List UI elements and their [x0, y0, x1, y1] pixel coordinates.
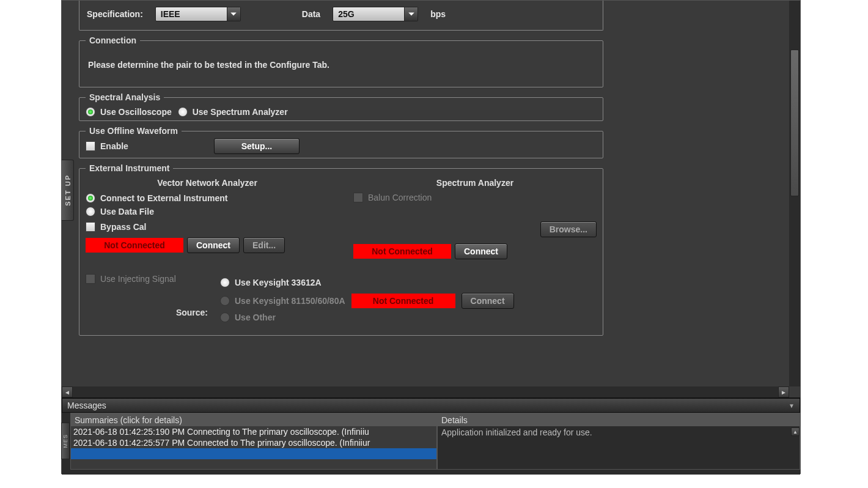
data-rate-dropdown[interactable]: 25G: [333, 7, 418, 21]
scroll-up-icon[interactable]: ▲: [791, 427, 800, 436]
details-column: Details Application initialized and read…: [437, 413, 800, 470]
data-label: Data: [302, 9, 320, 19]
details-text: Application initialized and ready for us…: [438, 426, 800, 438]
data-rate-unit: bps: [430, 9, 446, 19]
radio-use-other-label: Use Other: [235, 312, 276, 322]
setup-scroll-area: SET UP Specification: IEEE Data 25G: [62, 1, 800, 398]
vna-column: Vector Network Analyzer Connect to Exter…: [86, 178, 329, 263]
source-connect-button-label: Connect: [471, 296, 505, 306]
details-scrollbar[interactable]: ▲: [791, 427, 800, 469]
checkbox-use-injecting-signal: Use Injecting Signal: [86, 274, 176, 284]
app-frame: SET UP Specification: IEEE Data 25G: [61, 0, 801, 474]
vna-header: Vector Network Analyzer: [86, 178, 329, 188]
radio-use-spectrum-analyzer-label: Use Spectrum Analyzer: [193, 107, 288, 117]
source-status-badge: Not Connected: [351, 294, 455, 308]
details-header: Details: [438, 414, 800, 426]
source-connect-button[interactable]: Connect: [462, 293, 514, 309]
scrollbar-thumb[interactable]: [790, 50, 799, 196]
chevron-down-icon: ▼: [789, 402, 795, 409]
external-instrument-group: External Instrument Vector Network Analy…: [79, 163, 603, 336]
connection-message: Please determine the pair to be tested i…: [86, 50, 597, 79]
connection-legend: Connection: [86, 35, 140, 45]
sa-connect-button[interactable]: Connect: [455, 243, 507, 259]
radio-use-oscilloscope[interactable]: Use Oscilloscope: [86, 107, 172, 117]
setup-button[interactable]: Setup...: [214, 138, 300, 154]
chevron-down-icon: [404, 7, 417, 21]
specification-row: Specification: IEEE Data 25G bps: [79, 1, 603, 31]
radio-connect-external-label: Connect to External Instrument: [100, 193, 227, 203]
summaries-column: Summaries (click for details) 2021-06-18…: [70, 413, 437, 470]
summary-row-selected[interactable]: [71, 448, 436, 459]
checkbox-bypass-cal[interactable]: Bypass Cal: [86, 222, 146, 232]
radio-keysight-33612a[interactable]: Use Keysight 33612A: [220, 278, 322, 287]
browse-button-label: Browse...: [550, 224, 587, 234]
checkbox-use-injecting-signal-label: Use Injecting Signal: [100, 274, 176, 284]
specification-value: IEEE: [161, 9, 180, 19]
specification-label: Specification:: [87, 9, 143, 19]
scroll-left-icon[interactable]: ◄: [62, 386, 73, 397]
checkbox-enable-offline[interactable]: Enable: [86, 141, 128, 151]
spectral-legend: Spectral Analysis: [86, 92, 164, 102]
vna-edit-button-label: Edit...: [252, 240, 276, 250]
radio-use-data-file-label: Use Data File: [100, 207, 154, 216]
setup-content: Specification: IEEE Data 25G bps: [75, 1, 607, 341]
sa-column: Spectrum Analyzer Balun Correction Brows…: [353, 178, 597, 263]
summary-row[interactable]: 2021-06-18 01:42:25:577 PM Connected to …: [71, 437, 436, 448]
radio-connect-external[interactable]: Connect to External Instrument: [86, 193, 227, 203]
setup-button-label: Setup...: [241, 141, 273, 151]
messages-vertical-tab[interactable]: MES: [61, 423, 70, 459]
specification-dropdown[interactable]: IEEE: [155, 7, 241, 21]
vna-status-badge: Not Connected: [86, 238, 183, 253]
source-label: Source:: [86, 308, 208, 317]
messages-header[interactable]: Messages ▼: [62, 398, 800, 413]
messages-vertical-tab-label: MES: [62, 434, 68, 448]
offline-waveform-group: Use Offline Waveform Enable Setup...: [79, 126, 603, 158]
offline-legend: Use Offline Waveform: [86, 126, 182, 136]
vna-connect-button-label: Connect: [196, 240, 230, 250]
sa-status-badge: Not Connected: [353, 244, 451, 259]
scroll-right-icon[interactable]: ►: [778, 386, 789, 397]
radio-keysight-81150[interactable]: Use Keysight 81150/60/80A: [220, 296, 345, 306]
messages-title: Messages: [67, 401, 106, 410]
browse-button[interactable]: Browse...: [540, 221, 597, 237]
radio-keysight-33612a-label: Use Keysight 33612A: [235, 278, 322, 287]
setup-vertical-tab-label: SET UP: [64, 174, 72, 206]
external-instrument-legend: External Instrument: [86, 163, 173, 173]
horizontal-scrollbar[interactable]: ◄ ►: [62, 386, 789, 397]
vna-connect-button[interactable]: Connect: [187, 237, 240, 253]
summaries-header: Summaries (click for details): [71, 414, 436, 426]
connection-group: Connection Please determine the pair to …: [79, 35, 603, 87]
radio-keysight-81150-label: Use Keysight 81150/60/80A: [235, 296, 345, 306]
sa-connect-button-label: Connect: [464, 246, 498, 256]
vna-edit-button[interactable]: Edit...: [243, 237, 285, 253]
chevron-down-icon: [227, 7, 240, 21]
radio-use-other[interactable]: Use Other: [220, 312, 276, 322]
data-rate-value: 25G: [338, 9, 354, 19]
summary-row[interactable]: 2021-06-18 01:42:25:190 PM Connecting to…: [71, 426, 436, 437]
radio-use-data-file[interactable]: Use Data File: [86, 207, 154, 216]
checkbox-bypass-cal-label: Bypass Cal: [100, 222, 146, 232]
sa-header: Spectrum Analyzer: [353, 178, 597, 188]
radio-use-spectrum-analyzer[interactable]: Use Spectrum Analyzer: [178, 107, 288, 117]
checkbox-balun-correction: Balun Correction: [353, 193, 432, 202]
spectral-analysis-group: Spectral Analysis Use Oscilloscope Use S…: [79, 92, 603, 121]
summaries-list[interactable]: 2021-06-18 01:42:25:190 PM Connecting to…: [71, 426, 436, 469]
vertical-scrollbar[interactable]: [789, 1, 800, 386]
checkbox-enable-offline-label: Enable: [100, 141, 128, 151]
setup-vertical-tab[interactable]: SET UP: [62, 160, 74, 221]
messages-panel: Messages ▼ MES Summaries (click for deta…: [62, 398, 800, 475]
radio-use-oscilloscope-label: Use Oscilloscope: [100, 107, 172, 117]
checkbox-balun-correction-label: Balun Correction: [368, 193, 432, 202]
